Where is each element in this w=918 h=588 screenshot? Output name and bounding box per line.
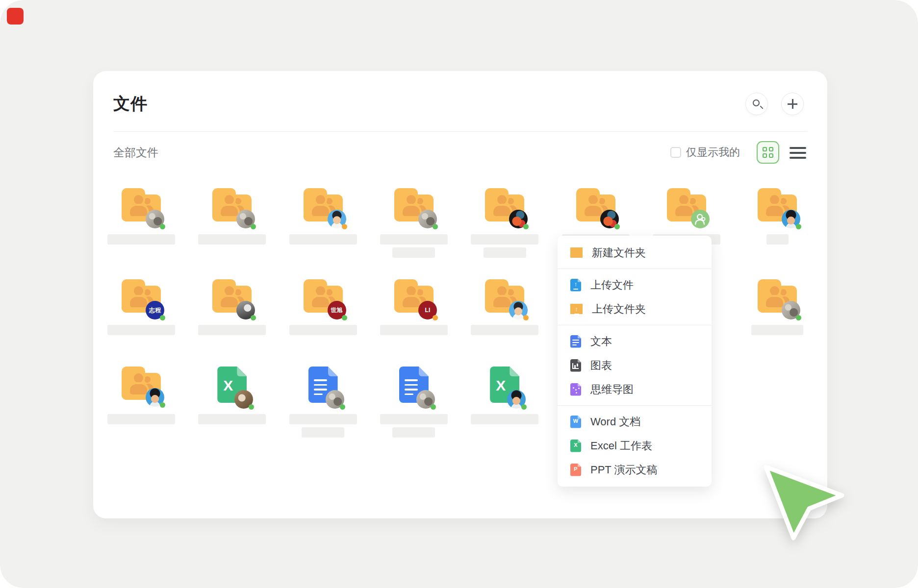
- status-dot: [523, 315, 529, 320]
- filename-placeholder: [107, 414, 175, 424]
- collaborator-avatar: [146, 388, 164, 407]
- context-menu: 新建文件夹↑上传文件↑上传文件夹文本图表思维导图WWord 文档XExcel 工…: [558, 236, 712, 487]
- doc-file-tile[interactable]: [380, 367, 448, 445]
- green-cursor-icon: [755, 456, 853, 554]
- status-dot: [431, 404, 436, 410]
- filename-placeholder: [107, 325, 175, 335]
- collaborator-avatar: [507, 390, 526, 409]
- menu-item-label: 新建文件夹: [592, 245, 646, 260]
- menu-item-mindmap-doc[interactable]: 思维导图: [558, 377, 712, 401]
- ppt-doc-icon: P: [570, 464, 581, 476]
- new-folder-icon: [570, 247, 583, 258]
- app-background: 文件 全部文件 仅显示我的: [0, 0, 918, 588]
- filename-placeholder: [289, 325, 357, 335]
- collaborator-avatar: [326, 390, 344, 409]
- folder-tile[interactable]: 志程: [107, 279, 175, 358]
- chart-doc-icon: [570, 359, 581, 372]
- menu-item-label: Excel 工作表: [590, 439, 652, 453]
- filename-placeholder: [392, 427, 435, 438]
- folder-tile[interactable]: [107, 367, 175, 445]
- filename-placeholder: [289, 234, 357, 245]
- filename-placeholder: [107, 234, 175, 245]
- status-dot: [342, 315, 347, 320]
- excel-doc-icon: X: [570, 440, 581, 452]
- menu-item-label: 思维导图: [590, 382, 634, 397]
- collaborator-avatar: [328, 210, 346, 228]
- status-dot: [160, 315, 165, 320]
- filename-placeholder: [392, 247, 435, 258]
- menu-item-word-doc[interactable]: WWord 文档: [558, 410, 712, 434]
- status-dot: [340, 404, 345, 410]
- collaborator-badge: 志程: [146, 301, 164, 319]
- folder-tile[interactable]: [471, 279, 538, 358]
- status-dot: [160, 224, 165, 229]
- collaborator-avatar: [416, 390, 435, 409]
- folder-tile[interactable]: [289, 188, 357, 267]
- add-person-icon: [692, 211, 709, 227]
- red-logo-square: [7, 8, 24, 24]
- menu-item-chart-doc[interactable]: 图表: [558, 353, 712, 377]
- filename-placeholder: [198, 414, 266, 424]
- excel-file-tile[interactable]: X: [471, 367, 538, 445]
- excel-file-tile[interactable]: X: [198, 367, 266, 445]
- folder-tile[interactable]: LI: [380, 279, 448, 358]
- doc-file-tile[interactable]: [289, 367, 357, 445]
- collaborator-avatar: [691, 210, 710, 228]
- menu-group: WWord 文档XExcel 工作表PPPT 演示文稿: [558, 405, 712, 486]
- status-dot: [614, 224, 620, 229]
- status-dot: [433, 224, 438, 229]
- folder-tile[interactable]: [198, 188, 266, 267]
- collaborator-avatar: [782, 301, 800, 319]
- menu-item-upload-file[interactable]: ↑上传文件: [558, 273, 712, 297]
- filename-placeholder: [766, 234, 789, 245]
- filename-placeholder: [198, 325, 266, 335]
- status-dot: [342, 224, 347, 229]
- word-doc-icon: W: [570, 416, 581, 428]
- folder-tile[interactable]: [471, 188, 538, 267]
- filename-placeholder: [471, 325, 538, 335]
- menu-item-ppt-doc[interactable]: PPPT 演示文稿: [558, 458, 712, 482]
- menu-group: 文本图表思维导图: [558, 325, 712, 405]
- status-dot: [251, 315, 256, 320]
- folder-tile[interactable]: [380, 188, 448, 267]
- status-dot: [796, 315, 801, 320]
- menu-item-label: 文本: [590, 334, 612, 349]
- upload-file-icon: ↑: [570, 279, 581, 292]
- collaborator-badge: LI: [418, 301, 437, 319]
- collaborator-avatar: [600, 210, 619, 228]
- filename-placeholder: [289, 414, 357, 424]
- status-dot: [523, 224, 529, 229]
- folder-tile[interactable]: [743, 279, 811, 358]
- menu-item-label: 上传文件: [590, 278, 634, 293]
- folder-tile[interactable]: [107, 188, 175, 267]
- collaborator-avatar: [418, 210, 437, 228]
- folder-tile[interactable]: [198, 279, 266, 358]
- filename-placeholder: [198, 234, 266, 245]
- status-dot: [521, 404, 527, 410]
- collaborator-avatar: [509, 210, 528, 228]
- menu-item-excel-doc[interactable]: XExcel 工作表: [558, 434, 712, 458]
- filename-placeholder: [380, 325, 448, 335]
- folder-tile[interactable]: [743, 188, 811, 267]
- filename-placeholder: [471, 234, 538, 245]
- status-dot: [160, 402, 165, 408]
- menu-item-label: 上传文件夹: [592, 302, 646, 317]
- filename-placeholder: [380, 414, 448, 424]
- menu-item-label: PPT 演示文稿: [590, 463, 658, 477]
- filename-placeholder: [751, 325, 803, 335]
- menu-group: 新建文件夹: [558, 237, 712, 269]
- filename-placeholder: [302, 427, 344, 438]
- menu-item-text-doc[interactable]: 文本: [558, 329, 712, 353]
- menu-item-upload-folder[interactable]: ↑上传文件夹: [558, 297, 712, 321]
- collaborator-badge: 世旭: [328, 301, 346, 319]
- folder-tile[interactable]: 世旭: [289, 279, 357, 358]
- menu-item-label: Word 文档: [590, 415, 640, 429]
- collaborator-avatar: [782, 210, 800, 228]
- menu-group: ↑上传文件↑上传文件夹: [558, 269, 712, 325]
- menu-item-new-folder[interactable]: 新建文件夹: [558, 241, 712, 265]
- status-dot: [249, 404, 254, 410]
- files-panel: 文件 全部文件 仅显示我的: [93, 71, 827, 518]
- collaborator-avatar: [146, 210, 164, 228]
- collaborator-avatar: [236, 301, 255, 319]
- status-dot: [796, 224, 801, 229]
